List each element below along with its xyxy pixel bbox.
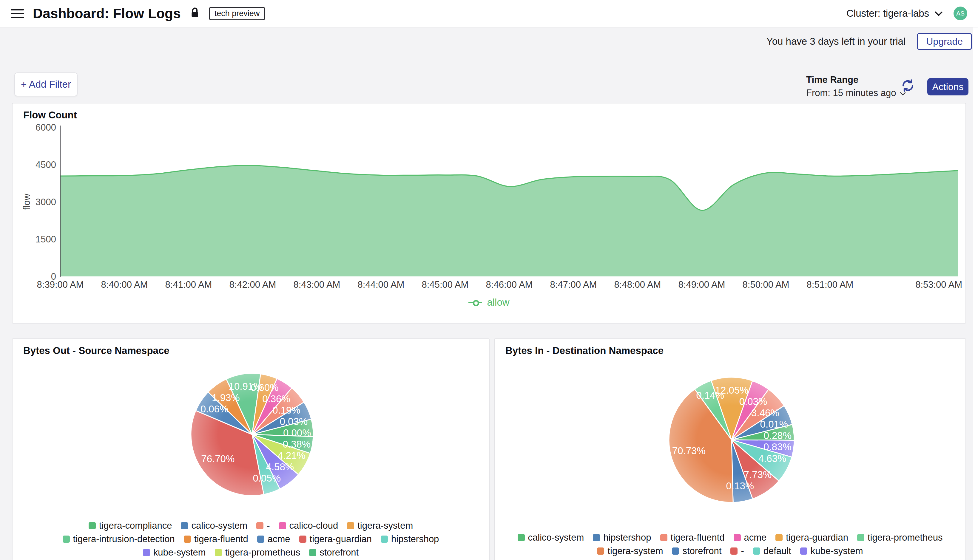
legend-item-tigera-fluentd[interactable]: tigera-fluentd — [184, 534, 248, 545]
flow-chart-legend: allow — [13, 297, 965, 308]
pie-label: 0.38% — [283, 438, 311, 450]
legend-label: - — [267, 520, 270, 531]
bytes-out-pie-chart: 10.91%0.60%0.36%1.93%0.19%0.06%0.03%0.00… — [13, 339, 489, 518]
pie-label: 0.00% — [283, 427, 311, 438]
tech-preview-badge: tech preview — [209, 7, 265, 20]
legend-item-tigera-intrusion-detection[interactable]: tigera-intrusion-detection — [63, 534, 175, 545]
legend-item--[interactable]: - — [256, 520, 270, 531]
bytes-out-title: Bytes Out - Source Namespace — [23, 345, 169, 356]
legend-label: acme — [268, 534, 290, 545]
legend-label: default — [763, 546, 791, 557]
pie-label: 0.06% — [200, 403, 229, 415]
pie-label: 0.19% — [272, 405, 300, 416]
legend-label: storefront — [683, 546, 721, 557]
legend-label: - — [741, 546, 744, 557]
legend-swatch-icon — [347, 522, 354, 529]
legend-label: tigera-compliance — [99, 520, 172, 531]
legend-swatch-icon — [143, 549, 150, 556]
pie-label: 0.83% — [763, 441, 791, 452]
lock-icon — [190, 7, 200, 20]
legend-item-tigera-guardian[interactable]: tigera-guardian — [775, 532, 848, 543]
pie-label: 0.28% — [763, 430, 791, 441]
legend-swatch-icon — [88, 522, 96, 529]
legend-item-tigera-system[interactable]: tigera-system — [597, 546, 663, 557]
legend-item-allow[interactable]: allow — [468, 297, 509, 308]
legend-item-storefront[interactable]: storefront — [672, 546, 721, 557]
pie-label: 7.73% — [744, 469, 772, 480]
legend-swatch-icon — [184, 535, 191, 543]
svg-text:8:50:00 AM: 8:50:00 AM — [743, 279, 789, 290]
legend-label: tigera-system — [357, 520, 413, 531]
legend-swatch-icon — [309, 549, 316, 556]
pie-label: 0.60% — [250, 382, 279, 393]
legend-swatch-icon — [215, 549, 222, 556]
legend-label: tigera-prometheus — [225, 547, 300, 558]
bytes-out-card: Bytes Out - Source Namespace 10.91%0.60%… — [12, 338, 490, 560]
pie-label: 70.73% — [672, 445, 706, 456]
legend-label: tigera-guardian — [786, 532, 848, 543]
legend-swatch-icon — [672, 547, 679, 555]
legend-swatch-icon — [257, 535, 264, 543]
legend-label: tigera-system — [607, 546, 663, 557]
legend-item-storefront[interactable]: storefront — [309, 547, 359, 558]
legend-label: tigera-prometheus — [868, 532, 943, 543]
svg-text:8:47:00 AM: 8:47:00 AM — [550, 279, 597, 290]
legend-label: allow — [487, 297, 509, 308]
legend-item-tigera-system[interactable]: tigera-system — [347, 520, 413, 531]
legend-label: kube-system — [811, 546, 863, 557]
legend-label: calico-system — [528, 532, 584, 543]
actions-button[interactable]: Actions — [927, 78, 968, 95]
legend-item-acme[interactable]: acme — [257, 534, 290, 545]
add-filter-button[interactable]: + Add Filter — [14, 72, 78, 96]
svg-text:8:48:00 AM: 8:48:00 AM — [614, 279, 661, 290]
pie-label: 3.46% — [751, 407, 779, 418]
legend-item--[interactable]: - — [730, 546, 744, 557]
time-range-title: Time Range — [806, 75, 906, 85]
legend-item-tigera-prometheus[interactable]: tigera-prometheus — [857, 532, 943, 543]
time-range-selector[interactable]: Time Range From: 15 minutes ago — [806, 75, 906, 98]
app-header: Dashboard: Flow Logs tech preview Cluste… — [0, 0, 978, 27]
svg-text:8:51:00 AM: 8:51:00 AM — [807, 279, 854, 290]
svg-text:flow: flow — [22, 193, 32, 210]
legend-swatch-icon — [299, 535, 306, 543]
cluster-selector[interactable]: Cluster: tigera-labs — [846, 8, 943, 19]
legend-swatch-icon — [256, 522, 264, 529]
legend-swatch-icon — [593, 534, 600, 541]
legend-item-calico-cloud[interactable]: calico-cloud — [279, 520, 338, 531]
bytes-in-card: Bytes In - Destination Namespace 12.05%0… — [494, 338, 966, 560]
pie-label: 4.21% — [277, 450, 305, 461]
legend-item-tigera-guardian[interactable]: tigera-guardian — [299, 534, 372, 545]
scrollbar-track[interactable] — [973, 27, 978, 560]
legend-item-tigera-prometheus[interactable]: tigera-prometheus — [215, 547, 300, 558]
pie-label: 4.63% — [758, 453, 786, 464]
legend-label: tigera-fluentd — [671, 532, 725, 543]
legend-item-tigera-fluentd[interactable]: tigera-fluentd — [660, 532, 725, 543]
svg-text:8:53:00 AM: 8:53:00 AM — [915, 279, 962, 290]
legend-item-acme[interactable]: acme — [734, 532, 767, 543]
svg-text:8:49:00 AM: 8:49:00 AM — [678, 279, 725, 290]
upgrade-button[interactable]: Upgrade — [917, 33, 972, 50]
flow-count-card: Flow Count 01500300045006000flow8:39:00 … — [12, 103, 966, 323]
legend-swatch-icon — [660, 534, 668, 541]
legend-item-hipstershop[interactable]: hipstershop — [593, 532, 651, 543]
legend-item-tigera-compliance[interactable]: tigera-compliance — [88, 520, 172, 531]
bytes-in-pie-chart: 12.05%0.14%0.03%3.46%0.01%0.28%0.83%70.7… — [495, 339, 965, 518]
menu-icon[interactable] — [11, 9, 24, 18]
avatar[interactable]: AS — [953, 7, 967, 20]
pie-label: 0.05% — [253, 473, 281, 484]
chevron-down-icon — [935, 8, 943, 19]
legend-item-kube-system[interactable]: kube-system — [143, 547, 206, 558]
legend-item-hipstershop[interactable]: hipstershop — [381, 534, 439, 545]
legend-swatch-icon — [181, 522, 188, 529]
pie-label: 0.03% — [280, 416, 308, 427]
svg-text:8:46:00 AM: 8:46:00 AM — [486, 279, 533, 290]
legend-item-kube-system[interactable]: kube-system — [800, 546, 863, 557]
legend-item-default[interactable]: default — [753, 546, 791, 557]
legend-swatch-icon — [753, 547, 760, 555]
refresh-button[interactable] — [900, 78, 915, 93]
legend-label: storefront — [320, 547, 359, 558]
legend-item-calico-system[interactable]: calico-system — [517, 532, 584, 543]
legend-item-calico-system[interactable]: calico-system — [181, 520, 247, 531]
legend-swatch-icon — [800, 547, 807, 555]
svg-text:8:44:00 AM: 8:44:00 AM — [358, 279, 405, 290]
